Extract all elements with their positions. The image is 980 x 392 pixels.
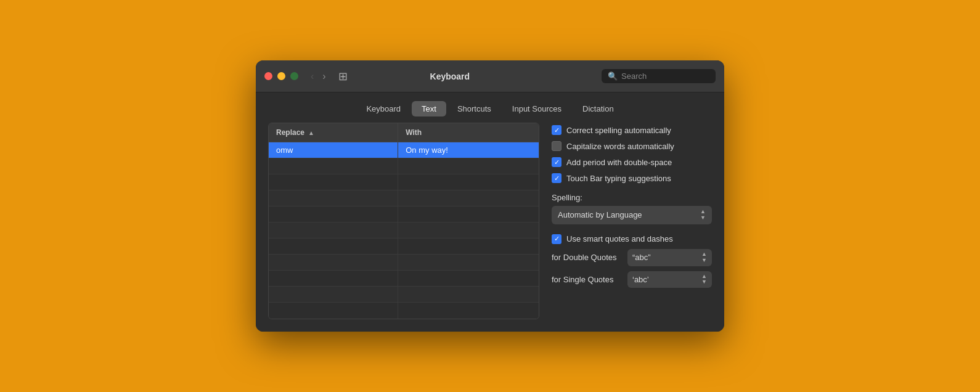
cell-with [398, 206, 539, 222]
correct-spelling-label: Correct spelling automatically [566, 126, 671, 135]
spelling-section: Spelling: Automatic by Language ▲ ▼ [552, 193, 712, 224]
checkbox-touch-bar-box[interactable]: ✓ [552, 173, 561, 183]
cell-replace [269, 271, 398, 286]
tab-shortcuts[interactable]: Shortcuts [447, 101, 501, 116]
sort-icon: ▲ [308, 129, 314, 136]
tab-keyboard[interactable]: Keyboard [356, 101, 410, 116]
spelling-dropdown[interactable]: Automatic by Language ▲ ▼ [552, 206, 712, 224]
search-bar[interactable]: 🔍 [602, 69, 716, 83]
checkbox-capitalize-words[interactable]: Capitalize words automatically [552, 141, 712, 151]
settings-panel: ✓ Correct spelling automatically Capital… [552, 123, 712, 319]
dropdown-arrows-icon: ▲ ▼ [700, 209, 706, 221]
single-quotes-dropdown[interactable]: ‘abc’ ▲ ▼ [627, 271, 712, 288]
table-header: Replace ▲ With [269, 123, 539, 142]
cell-replace [269, 190, 398, 206]
cell-replace [269, 303, 398, 319]
table-row[interactable] [269, 206, 539, 223]
touch-bar-label: Touch Bar typing suggestions [566, 174, 671, 183]
double-quotes-row: for Double Quotes “abc” ▲ ▼ [552, 249, 712, 266]
double-quotes-dropdown[interactable]: “abc” ▲ ▼ [627, 249, 712, 266]
single-quotes-value: ‘abc’ [632, 275, 649, 284]
tab-dictation[interactable]: Dictation [573, 101, 624, 116]
spelling-label: Spelling: [552, 193, 712, 202]
smart-quotes-section: ✓ Use smart quotes and dashes for Double… [552, 234, 712, 288]
cell-with [398, 255, 539, 270]
cell-with [398, 271, 539, 286]
cell-replace [269, 255, 398, 270]
cell-replace [269, 223, 398, 238]
single-quotes-label: for Single Quotes [552, 275, 623, 284]
single-quotes-row: for Single Quotes ‘abc’ ▲ ▼ [552, 271, 712, 288]
checkbox-correct-spelling-box[interactable]: ✓ [552, 125, 561, 135]
cell-with [398, 287, 539, 302]
cell-with [398, 303, 539, 319]
checkbox-smart-quotes[interactable]: ✓ Use smart quotes and dashes [552, 234, 712, 244]
window-title: Keyboard [303, 71, 597, 81]
table-row[interactable]: omw On my way! [269, 142, 539, 158]
search-input[interactable] [621, 71, 708, 81]
dropdown-arrows-icon: ▲ ▼ [701, 251, 707, 264]
search-icon: 🔍 [608, 71, 618, 81]
col-with-header: With [398, 123, 539, 142]
checkbox-touch-bar[interactable]: ✓ Touch Bar typing suggestions [552, 173, 712, 183]
cell-with [398, 239, 539, 254]
checkbox-capitalize-words-box[interactable] [552, 141, 561, 151]
spelling-dropdown-text: Automatic by Language [558, 210, 642, 219]
close-button[interactable] [264, 72, 272, 80]
cell-with [398, 158, 539, 174]
table-row[interactable] [269, 239, 539, 255]
cell-with: On my way! [398, 142, 539, 158]
back-button[interactable]: ‹ [308, 70, 316, 83]
checkmark-icon: ✓ [554, 174, 560, 182]
table-row[interactable] [269, 174, 539, 190]
checkbox-add-period-box[interactable]: ✓ [552, 157, 561, 167]
tab-text[interactable]: Text [412, 101, 446, 116]
table-rows: omw On my way! [269, 142, 539, 319]
cell-replace [269, 287, 398, 302]
cell-replace [269, 158, 398, 174]
col-replace-header: Replace ▲ [269, 123, 398, 142]
table-row[interactable] [269, 255, 539, 271]
cell-replace [269, 206, 398, 222]
text-replacement-table: Replace ▲ With omw On my way! [268, 123, 539, 319]
table-row[interactable] [269, 271, 539, 287]
smart-quotes-label: Use smart quotes and dashes [566, 234, 673, 243]
traffic-lights [264, 72, 298, 80]
checkbox-correct-spelling[interactable]: ✓ Correct spelling automatically [552, 125, 712, 135]
tabs-row: Keyboard Text Shortcuts Input Sources Di… [256, 92, 724, 123]
checkmark-icon: ✓ [554, 126, 560, 134]
cell-replace [269, 174, 398, 190]
add-period-label: Add period with double-space [566, 158, 672, 167]
table-row[interactable] [269, 158, 539, 174]
checkmark-icon: ✓ [554, 158, 560, 166]
dropdown-arrows-icon: ▲ ▼ [701, 274, 707, 286]
maximize-button[interactable] [290, 72, 298, 80]
checkbox-add-period[interactable]: ✓ Add period with double-space [552, 157, 712, 167]
titlebar: ‹ › ⊞ Keyboard 🔍 [256, 60, 724, 92]
double-quotes-value: “abc” [632, 253, 651, 262]
cell-with [398, 174, 539, 190]
table-row[interactable] [269, 303, 539, 319]
cell-with [398, 223, 539, 238]
checkmark-icon: ✓ [554, 235, 560, 243]
table-row[interactable] [269, 223, 539, 239]
capitalize-words-label: Capitalize words automatically [566, 142, 674, 151]
keyboard-settings-window: ‹ › ⊞ Keyboard 🔍 Keyboard Text Shortcuts… [256, 60, 724, 332]
cell-replace [269, 239, 398, 254]
content-area: Replace ▲ With omw On my way! [256, 123, 724, 332]
cell-with [398, 190, 539, 206]
tab-input-sources[interactable]: Input Sources [502, 101, 571, 116]
minimize-button[interactable] [277, 72, 285, 80]
double-quotes-label: for Double Quotes [552, 253, 623, 262]
checkbox-smart-quotes-box[interactable]: ✓ [552, 234, 561, 244]
cell-replace: omw [269, 142, 398, 158]
table-row[interactable] [269, 287, 539, 303]
table-row[interactable] [269, 190, 539, 206]
